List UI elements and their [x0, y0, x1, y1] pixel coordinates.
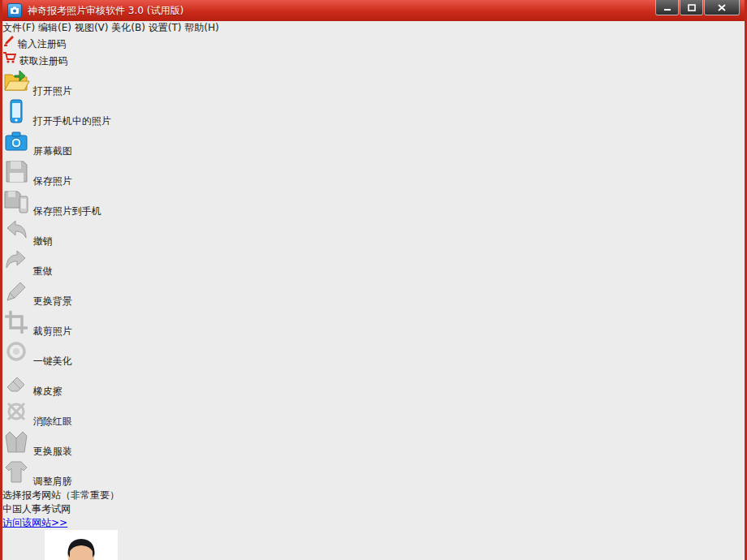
open-photo-icon [2, 68, 30, 94]
red-eye-icon [2, 398, 30, 424]
crop-icon [2, 308, 30, 334]
crop-photo-button: 裁剪照片 [2, 308, 745, 338]
shoulders-icon [2, 459, 30, 485]
menu-help[interactable]: 帮助(H) [184, 22, 218, 33]
change-background-button: 更换背景 [2, 278, 745, 308]
site-section-title: 选择报考网站（非常重要） [2, 489, 745, 502]
site-dropdown-value: 中国人事考试网 [2, 503, 71, 515]
visit-site-link[interactable]: 访问该网站>> [2, 517, 67, 528]
change-clothes-button: 更换服装 [2, 429, 745, 459]
sidebar: 选择报考网站（非常重要） 中国人事考试网 访问该网站>> 照片要求 [2, 489, 745, 560]
save-photo-to-phone-button: 保存照片到手机 [2, 188, 745, 218]
redo-button: 重做 [2, 248, 745, 278]
open-phone-photo-button[interactable]: 打开手机中的照片 [2, 98, 745, 128]
maximize-button[interactable] [680, 0, 703, 15]
window-title: 神奇报考照片审核软件 3.0 (试用版) [28, 4, 184, 18]
open-photo-button[interactable]: 打开照片 [2, 68, 745, 98]
eraser-button: 橡皮擦 [2, 368, 745, 398]
content-area: 选择报考网站（非常重要） 中国人事考试网 访问该网站>> 照片要求 [2, 489, 745, 560]
site-dropdown[interactable]: 中国人事考试网 [2, 502, 745, 516]
enter-regcode-link[interactable]: 输入注册码 [2, 35, 745, 51]
menu-right: 输入注册码 获取注册码 [2, 35, 745, 68]
title-bar: 神奇报考照片审核软件 3.0 (试用版) [2, 0, 745, 21]
main-toolbar: 打开照片 打开手机中的照片 屏幕截图 [2, 68, 745, 489]
menu-view[interactable]: 视图(V) [75, 22, 109, 33]
undo-icon [2, 218, 30, 244]
phone-photo-icon [2, 98, 30, 124]
redo-icon [2, 248, 30, 274]
menu-file[interactable]: 文件(F) [2, 22, 35, 33]
save-icon [2, 158, 30, 184]
app-window: 神奇报考照片审核软件 3.0 (试用版) 文件(F) 编辑(E) 视图(V) 美… [0, 0, 747, 560]
beautify-icon [2, 338, 30, 364]
get-regcode-link[interactable]: 获取注册码 [2, 51, 745, 68]
clothes-icon [2, 429, 30, 454]
menu-bar: 文件(F) 编辑(E) 视图(V) 美化(B) 设置(T) 帮助(H) 输入注册… [2, 21, 745, 68]
window-controls [655, 0, 740, 15]
remove-red-eye-button: 消除红眼 [2, 398, 745, 429]
menu-settings[interactable]: 设置(T) [149, 22, 182, 33]
screenshot-button[interactable]: 屏幕截图 [2, 128, 745, 158]
save-photo-button: 保存照片 [2, 158, 745, 188]
app-icon [7, 3, 22, 18]
undo-button: 撤销 [2, 218, 745, 248]
photo-requirements-group: 照片要求 近期彩色标准1寸，半身免冠正面证件照，照片底色背景为白色（宽295像素… [2, 530, 745, 560]
menu-edit[interactable]: 编辑(E) [38, 22, 71, 33]
save-to-phone-icon [2, 188, 30, 214]
screenshot-icon [2, 128, 30, 154]
pen-register-icon [2, 35, 15, 47]
adjust-shoulders-button: 调整肩膀 [2, 459, 745, 489]
background-icon [2, 278, 30, 304]
eraser-icon [2, 368, 30, 394]
one-key-beautify-button: 一键美化 [2, 338, 745, 368]
menu-beautify[interactable]: 美化(B) [111, 22, 145, 33]
close-button[interactable] [704, 0, 740, 15]
cart-icon [2, 51, 16, 64]
sample-photo [45, 530, 118, 560]
minimize-button[interactable] [655, 0, 679, 15]
